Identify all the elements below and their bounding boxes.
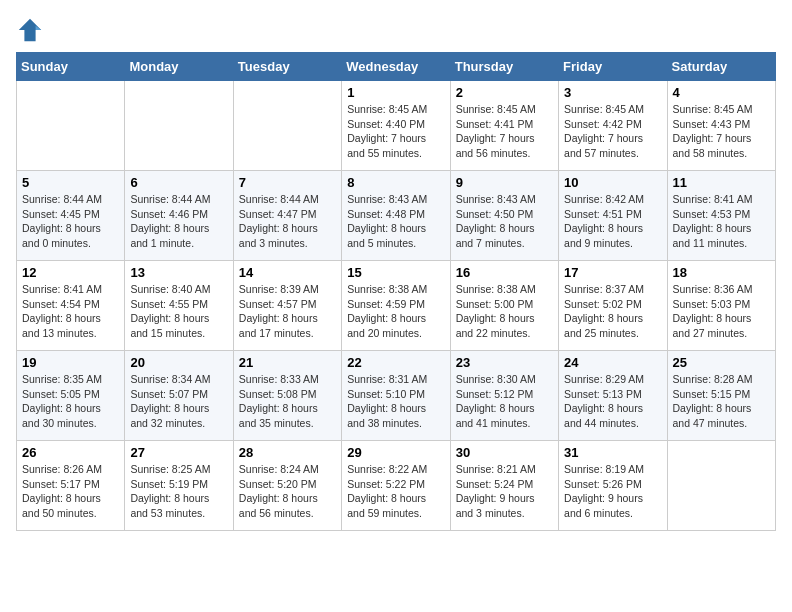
day-number: 5 <box>22 175 119 190</box>
calendar-cell: 7Sunrise: 8:44 AMSunset: 4:47 PMDaylight… <box>233 171 341 261</box>
day-number: 30 <box>456 445 553 460</box>
day-number: 12 <box>22 265 119 280</box>
logo <box>16 16 48 44</box>
cell-details: Sunrise: 8:39 AMSunset: 4:57 PMDaylight:… <box>239 282 336 341</box>
week-row-4: 19Sunrise: 8:35 AMSunset: 5:05 PMDayligh… <box>17 351 776 441</box>
calendar-cell: 3Sunrise: 8:45 AMSunset: 4:42 PMDaylight… <box>559 81 667 171</box>
cell-details: Sunrise: 8:31 AMSunset: 5:10 PMDaylight:… <box>347 372 444 431</box>
week-row-3: 12Sunrise: 8:41 AMSunset: 4:54 PMDayligh… <box>17 261 776 351</box>
calendar-cell: 29Sunrise: 8:22 AMSunset: 5:22 PMDayligh… <box>342 441 450 531</box>
day-number: 14 <box>239 265 336 280</box>
day-number: 2 <box>456 85 553 100</box>
calendar-cell: 4Sunrise: 8:45 AMSunset: 4:43 PMDaylight… <box>667 81 775 171</box>
day-number: 11 <box>673 175 770 190</box>
day-number: 16 <box>456 265 553 280</box>
cell-details: Sunrise: 8:45 AMSunset: 4:40 PMDaylight:… <box>347 102 444 161</box>
calendar-cell: 9Sunrise: 8:43 AMSunset: 4:50 PMDaylight… <box>450 171 558 261</box>
cell-details: Sunrise: 8:28 AMSunset: 5:15 PMDaylight:… <box>673 372 770 431</box>
calendar-cell <box>667 441 775 531</box>
week-row-5: 26Sunrise: 8:26 AMSunset: 5:17 PMDayligh… <box>17 441 776 531</box>
calendar-cell: 10Sunrise: 8:42 AMSunset: 4:51 PMDayligh… <box>559 171 667 261</box>
cell-details: Sunrise: 8:45 AMSunset: 4:43 PMDaylight:… <box>673 102 770 161</box>
day-number: 27 <box>130 445 227 460</box>
calendar-cell: 16Sunrise: 8:38 AMSunset: 5:00 PMDayligh… <box>450 261 558 351</box>
day-number: 17 <box>564 265 661 280</box>
weekday-header-monday: Monday <box>125 53 233 81</box>
week-row-1: 1Sunrise: 8:45 AMSunset: 4:40 PMDaylight… <box>17 81 776 171</box>
cell-details: Sunrise: 8:45 AMSunset: 4:42 PMDaylight:… <box>564 102 661 161</box>
cell-details: Sunrise: 8:21 AMSunset: 5:24 PMDaylight:… <box>456 462 553 521</box>
cell-details: Sunrise: 8:43 AMSunset: 4:48 PMDaylight:… <box>347 192 444 251</box>
cell-details: Sunrise: 8:43 AMSunset: 4:50 PMDaylight:… <box>456 192 553 251</box>
calendar-cell: 6Sunrise: 8:44 AMSunset: 4:46 PMDaylight… <box>125 171 233 261</box>
calendar-cell: 30Sunrise: 8:21 AMSunset: 5:24 PMDayligh… <box>450 441 558 531</box>
cell-details: Sunrise: 8:29 AMSunset: 5:13 PMDaylight:… <box>564 372 661 431</box>
weekday-header-thursday: Thursday <box>450 53 558 81</box>
weekday-header-saturday: Saturday <box>667 53 775 81</box>
cell-details: Sunrise: 8:26 AMSunset: 5:17 PMDaylight:… <box>22 462 119 521</box>
weekday-header-row: SundayMondayTuesdayWednesdayThursdayFrid… <box>17 53 776 81</box>
day-number: 10 <box>564 175 661 190</box>
cell-details: Sunrise: 8:41 AMSunset: 4:54 PMDaylight:… <box>22 282 119 341</box>
day-number: 9 <box>456 175 553 190</box>
calendar-cell: 19Sunrise: 8:35 AMSunset: 5:05 PMDayligh… <box>17 351 125 441</box>
weekday-header-wednesday: Wednesday <box>342 53 450 81</box>
day-number: 1 <box>347 85 444 100</box>
day-number: 24 <box>564 355 661 370</box>
cell-details: Sunrise: 8:37 AMSunset: 5:02 PMDaylight:… <box>564 282 661 341</box>
calendar-cell: 13Sunrise: 8:40 AMSunset: 4:55 PMDayligh… <box>125 261 233 351</box>
calendar-cell: 28Sunrise: 8:24 AMSunset: 5:20 PMDayligh… <box>233 441 341 531</box>
calendar-cell: 23Sunrise: 8:30 AMSunset: 5:12 PMDayligh… <box>450 351 558 441</box>
calendar-cell: 8Sunrise: 8:43 AMSunset: 4:48 PMDaylight… <box>342 171 450 261</box>
day-number: 25 <box>673 355 770 370</box>
cell-details: Sunrise: 8:25 AMSunset: 5:19 PMDaylight:… <box>130 462 227 521</box>
calendar-cell: 17Sunrise: 8:37 AMSunset: 5:02 PMDayligh… <box>559 261 667 351</box>
logo-icon <box>16 16 44 44</box>
weekday-header-sunday: Sunday <box>17 53 125 81</box>
cell-details: Sunrise: 8:30 AMSunset: 5:12 PMDaylight:… <box>456 372 553 431</box>
cell-details: Sunrise: 8:36 AMSunset: 5:03 PMDaylight:… <box>673 282 770 341</box>
day-number: 19 <box>22 355 119 370</box>
cell-details: Sunrise: 8:38 AMSunset: 4:59 PMDaylight:… <box>347 282 444 341</box>
calendar-cell: 31Sunrise: 8:19 AMSunset: 5:26 PMDayligh… <box>559 441 667 531</box>
calendar-cell: 18Sunrise: 8:36 AMSunset: 5:03 PMDayligh… <box>667 261 775 351</box>
calendar-cell: 1Sunrise: 8:45 AMSunset: 4:40 PMDaylight… <box>342 81 450 171</box>
day-number: 3 <box>564 85 661 100</box>
calendar-table: SundayMondayTuesdayWednesdayThursdayFrid… <box>16 52 776 531</box>
calendar-cell: 5Sunrise: 8:44 AMSunset: 4:45 PMDaylight… <box>17 171 125 261</box>
calendar-cell: 20Sunrise: 8:34 AMSunset: 5:07 PMDayligh… <box>125 351 233 441</box>
calendar-cell: 25Sunrise: 8:28 AMSunset: 5:15 PMDayligh… <box>667 351 775 441</box>
calendar-cell <box>17 81 125 171</box>
day-number: 28 <box>239 445 336 460</box>
day-number: 29 <box>347 445 444 460</box>
calendar-cell: 26Sunrise: 8:26 AMSunset: 5:17 PMDayligh… <box>17 441 125 531</box>
day-number: 7 <box>239 175 336 190</box>
day-number: 21 <box>239 355 336 370</box>
calendar-cell: 11Sunrise: 8:41 AMSunset: 4:53 PMDayligh… <box>667 171 775 261</box>
day-number: 15 <box>347 265 444 280</box>
day-number: 23 <box>456 355 553 370</box>
cell-details: Sunrise: 8:34 AMSunset: 5:07 PMDaylight:… <box>130 372 227 431</box>
cell-details: Sunrise: 8:41 AMSunset: 4:53 PMDaylight:… <box>673 192 770 251</box>
cell-details: Sunrise: 8:44 AMSunset: 4:46 PMDaylight:… <box>130 192 227 251</box>
day-number: 8 <box>347 175 444 190</box>
day-number: 13 <box>130 265 227 280</box>
weekday-header-tuesday: Tuesday <box>233 53 341 81</box>
calendar-cell: 2Sunrise: 8:45 AMSunset: 4:41 PMDaylight… <box>450 81 558 171</box>
day-number: 31 <box>564 445 661 460</box>
cell-details: Sunrise: 8:22 AMSunset: 5:22 PMDaylight:… <box>347 462 444 521</box>
cell-details: Sunrise: 8:45 AMSunset: 4:41 PMDaylight:… <box>456 102 553 161</box>
cell-details: Sunrise: 8:24 AMSunset: 5:20 PMDaylight:… <box>239 462 336 521</box>
calendar-cell <box>125 81 233 171</box>
calendar-cell: 27Sunrise: 8:25 AMSunset: 5:19 PMDayligh… <box>125 441 233 531</box>
day-number: 18 <box>673 265 770 280</box>
calendar-cell: 24Sunrise: 8:29 AMSunset: 5:13 PMDayligh… <box>559 351 667 441</box>
day-number: 22 <box>347 355 444 370</box>
calendar-cell: 12Sunrise: 8:41 AMSunset: 4:54 PMDayligh… <box>17 261 125 351</box>
day-number: 6 <box>130 175 227 190</box>
cell-details: Sunrise: 8:19 AMSunset: 5:26 PMDaylight:… <box>564 462 661 521</box>
cell-details: Sunrise: 8:40 AMSunset: 4:55 PMDaylight:… <box>130 282 227 341</box>
day-number: 26 <box>22 445 119 460</box>
week-row-2: 5Sunrise: 8:44 AMSunset: 4:45 PMDaylight… <box>17 171 776 261</box>
cell-details: Sunrise: 8:35 AMSunset: 5:05 PMDaylight:… <box>22 372 119 431</box>
